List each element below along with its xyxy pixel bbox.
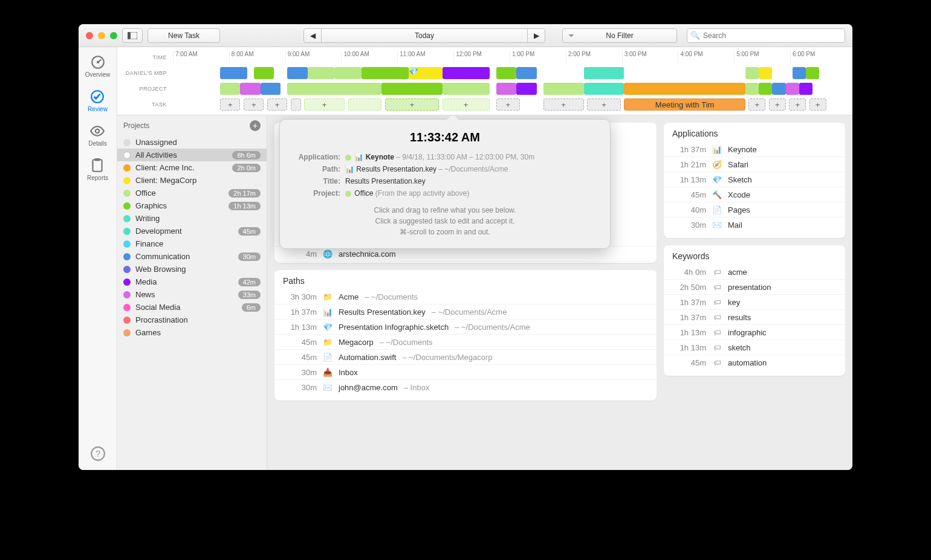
minimize-icon[interactable] <box>98 32 105 39</box>
path-row[interactable]: 30m✉️john@acme.com – Inbox <box>274 379 657 394</box>
sidebar-overview[interactable]: Overview <box>85 54 111 78</box>
application-row[interactable]: 45m🔨Xcode <box>664 187 845 202</box>
project-item[interactable]: Writing <box>117 212 267 225</box>
sidebar-details[interactable]: Details <box>88 123 107 147</box>
keyword-duration: 4h 0m <box>672 268 706 277</box>
project-color-dot <box>123 190 131 197</box>
titlebar: New Task ◀ Today ▶ ⏷ No Filter 🔍 <box>79 24 852 47</box>
help-button[interactable]: ? <box>90 446 106 462</box>
project-color-dot <box>123 278 131 286</box>
date-today-button[interactable]: Today <box>322 28 527 43</box>
timeline-hour: 9:00 AM <box>285 51 342 64</box>
keyword-row[interactable]: 1h 37m🏷results <box>664 309 845 324</box>
svg-rect-8 <box>95 158 100 161</box>
timeline-hour: 7:00 AM <box>173 51 229 64</box>
project-item[interactable]: Social Media6m <box>117 301 267 314</box>
project-item[interactable]: Finance <box>117 237 267 250</box>
website-row[interactable]: 3m🌐facebook.com <box>274 261 657 263</box>
new-task-button[interactable]: New Task <box>148 28 220 43</box>
search-input[interactable] <box>687 28 845 43</box>
application-row[interactable]: 40m📄Pages <box>664 202 845 217</box>
website-duration: 4m <box>283 249 317 259</box>
project-duration-badge: 30m <box>238 253 261 261</box>
path-row[interactable]: 45m📁Megacorp – ~/Documents <box>274 334 657 349</box>
search-field[interactable]: 🔍 <box>687 28 845 43</box>
project-item[interactable]: All Activities8h 6m <box>117 149 267 161</box>
sidebar-review-label: Review <box>88 106 108 112</box>
app-icon: 💎 <box>712 175 722 184</box>
path-duration: 30m <box>283 383 317 392</box>
project-item[interactable]: Media42m <box>117 275 267 288</box>
project-item[interactable]: Communication30m <box>117 250 267 263</box>
project-item[interactable]: Client: MegaCorp <box>117 174 267 187</box>
keyword-row[interactable]: 1h 37m🏷key <box>664 294 845 309</box>
timeline[interactable]: TIME 7:00 AM8:00 AM9:00 AM10:00 AM11:00 … <box>117 47 852 115</box>
path-row[interactable]: 1h 13m💎Presentation Infographic.sketch –… <box>274 319 657 334</box>
path-duration: 3h 30m <box>283 292 317 301</box>
keyword-row[interactable]: 4h 0m🏷acme <box>664 265 845 279</box>
gauge-icon <box>90 54 106 70</box>
icon-sidebar: Overview Review Details Reports ? <box>79 47 117 470</box>
path-location: – ~/Documents <box>365 292 418 301</box>
project-name: Development <box>135 227 233 236</box>
tag-icon: 🏷 <box>712 267 722 277</box>
project-item[interactable]: Development45m <box>117 225 267 237</box>
activity-popover: 11:33:42 AM Application: 📊 Keynote – 9/4… <box>279 119 611 249</box>
timeline-hour: 2:00 PM <box>566 51 622 64</box>
project-item[interactable]: Client: Acme Inc.2h 0m <box>117 161 267 174</box>
date-prev-button[interactable]: ◀ <box>303 28 322 43</box>
project-item[interactable]: Procrastination <box>117 314 267 326</box>
path-row[interactable]: 45m📄Automation.swift – ~/Documents/Megac… <box>274 349 657 364</box>
keyword-duration: 45m <box>672 358 706 367</box>
path-row[interactable]: 3h 30m📁Acme – ~/Documents <box>274 289 657 304</box>
file-icon: 📁 <box>323 337 332 347</box>
add-project-button[interactable]: + <box>250 120 261 131</box>
project-item[interactable]: Web Browsing <box>117 263 267 275</box>
traffic-lights <box>86 32 117 39</box>
keyword-row[interactable]: 45m🏷automation <box>664 355 845 370</box>
timeline-hour: 11:00 AM <box>397 51 453 64</box>
path-name: Acme <box>339 292 358 301</box>
project-name: Web Browsing <box>135 265 261 274</box>
zoom-icon[interactable] <box>110 32 117 39</box>
file-icon: 📥 <box>323 367 332 377</box>
project-item[interactable]: Unassigned <box>117 136 267 149</box>
project-name: Unassigned <box>135 138 261 147</box>
project-color-dot <box>123 304 131 311</box>
keyword-row[interactable]: 1h 13m🏷infographic <box>664 324 845 340</box>
path-duration: 45m <box>283 338 317 347</box>
timeline-project-track[interactable] <box>173 82 846 95</box>
app-name: Safari <box>728 160 748 169</box>
close-icon[interactable] <box>86 32 93 39</box>
app-duration: 30m <box>672 220 706 230</box>
application-row[interactable]: 30m✉️Mail <box>664 217 845 232</box>
sidebar-reports[interactable]: Reports <box>87 158 108 181</box>
project-item[interactable]: Games <box>117 326 267 339</box>
sidebar-review[interactable]: Review <box>88 89 108 112</box>
app-name: Pages <box>728 205 750 214</box>
keyword-row[interactable]: 2h 50m🏷presentation <box>664 279 845 294</box>
app-name: Sketch <box>728 175 752 184</box>
path-row[interactable]: 30m📥Inbox <box>274 364 657 379</box>
filter-button[interactable]: ⏷ No Filter <box>562 28 677 43</box>
sidebar-overview-label: Overview <box>85 71 111 78</box>
project-item[interactable]: Office2h 17m <box>117 187 267 199</box>
svg-rect-1 <box>128 32 131 39</box>
project-item[interactable]: News33m <box>117 288 267 301</box>
project-item[interactable]: Graphics1h 13m <box>117 199 267 212</box>
tag-icon: 🏷 <box>712 312 722 322</box>
keyword-name: results <box>728 313 751 322</box>
path-row[interactable]: 1h 37m📊Results Presentation.key – ~/Docu… <box>274 304 657 319</box>
application-row[interactable]: 1h 13m💎Sketch <box>664 172 845 187</box>
timeline-hour: 12:00 PM <box>453 51 510 64</box>
timeline-task-track[interactable]: + + + + + + + + + Meeting with Tim + + <box>173 98 846 111</box>
timeline-device-track[interactable]: 💎 <box>173 66 846 80</box>
date-next-button[interactable]: ▶ <box>527 28 545 43</box>
application-row[interactable]: 1h 37m📊Keynote <box>664 142 845 156</box>
app-name: Mail <box>728 220 742 230</box>
application-row[interactable]: 1h 21m🧭Safari <box>664 156 845 172</box>
keyword-row[interactable]: 1h 13m🏷sketch <box>664 340 845 355</box>
popover-time: 11:33:42 AM <box>293 130 597 144</box>
timeline-hour: 3:00 PM <box>622 51 678 64</box>
toggle-sidebar-button[interactable] <box>122 28 143 43</box>
